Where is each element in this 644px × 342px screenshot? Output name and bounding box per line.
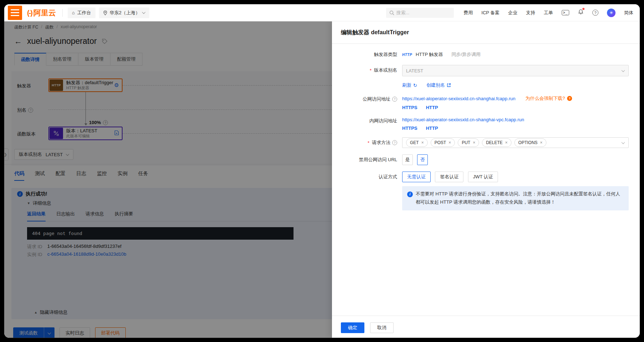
external-link-icon (447, 83, 451, 87)
refresh-link[interactable]: 刷新 ↻ (402, 82, 417, 88)
edit-trigger-drawer: 编辑触发器 defaultTrigger 触发器类型 HTTP HTTP 触发器… (332, 21, 640, 338)
version-alias-select[interactable]: LATEST (402, 65, 629, 76)
close-icon[interactable]: × (473, 140, 475, 145)
chevron-down-icon (622, 68, 625, 72)
close-icon[interactable]: × (540, 140, 542, 145)
aliyun-logo[interactable]: (-) 阿里云 (27, 8, 56, 18)
trigger-type-label: 触发器类型 (332, 51, 397, 58)
cancel-button[interactable]: 取消 (370, 322, 394, 333)
row-public-url: 公网访问地址 ? https://xuel-aloperator-sexiixs… (332, 95, 629, 110)
public-url-link[interactable]: https://xuel-aloperator-sexiixsxld.cn-sh… (402, 96, 515, 101)
auth-jwt-button[interactable]: JWT 认证 (468, 172, 498, 182)
row-version-alias: * 版本或别名 LATEST (332, 65, 629, 76)
row-links: 刷新 ↻ 创建别名 (332, 82, 629, 88)
chevron-down-icon (142, 10, 146, 14)
workbench-label: 工作台 (77, 10, 91, 16)
required-mark: * (370, 68, 372, 73)
orange-question-icon: ? (567, 96, 572, 101)
brand-name: 阿里云 (33, 8, 56, 18)
nav-link-icp[interactable]: ICP 备案 (482, 10, 500, 16)
disable-url-label: 禁用公网访问 URL (332, 154, 397, 163)
private-https-link[interactable]: HTTPS (402, 126, 417, 131)
search-icon (389, 10, 394, 15)
nav-link-enterprise[interactable]: 企业 (508, 10, 518, 16)
drawer-footer: 确定 取消 (332, 316, 640, 338)
auth-info-text: 不需要对 HTTP 请求进行身份验证，支持匿名访问。注意：开放公网访问且未配置签… (416, 190, 624, 206)
ok-button[interactable]: 确定 (341, 322, 364, 333)
trigger-type-value: HTTP 触发器 (416, 51, 443, 58)
notification-bell-icon[interactable] (578, 9, 584, 16)
row-disable-url: 禁用公网访问 URL 是 否 (332, 154, 629, 165)
public-https-link[interactable]: HTTPS (402, 105, 417, 110)
close-icon[interactable]: × (505, 140, 508, 145)
row-auth: 认证方式 无需认证 签名认证 JWT 认证 (332, 172, 629, 182)
nav-link-support[interactable]: 支持 (526, 10, 535, 16)
home-icon: ⌂ (72, 10, 75, 15)
drawer-title: 编辑触发器 defaultTrigger (341, 29, 409, 36)
notification-dot (582, 8, 585, 10)
workbench-button[interactable]: ⌂ 工作台 (68, 7, 95, 18)
chevron-down-icon (622, 141, 625, 144)
close-icon[interactable]: × (448, 140, 451, 145)
region-label: 华东2（上海） (110, 10, 140, 16)
avatar[interactable]: ✳ (607, 9, 616, 17)
version-alias-label: * 版本或别名 (332, 65, 397, 73)
divider (332, 44, 640, 44)
global-search[interactable] (386, 8, 454, 18)
disable-url-no-button[interactable]: 否 (417, 154, 428, 165)
navbar-right: 费用 ICP 备案 企业 支持 工单 >_ ? ✳ 简体 (386, 8, 640, 18)
method-tag-put: PUT× (458, 138, 479, 147)
row-private-url: 内网访问地址 https://xuel-aloperator-sexiixsxl… (332, 117, 629, 131)
auth-info-alert: i 不需要对 HTTP 请求进行身份验证，支持匿名访问。注意：开放公网访问且未配… (402, 186, 629, 210)
location-pin-icon (103, 10, 107, 15)
disable-url-yes-button[interactable]: 是 (402, 154, 413, 165)
close-icon[interactable]: × (421, 140, 424, 145)
nav-link-ticket[interactable]: 工单 (544, 10, 553, 16)
method-tag-options: OPTIONS× (514, 138, 546, 147)
hamburger-menu-button[interactable] (8, 6, 22, 20)
http-badge-icon: HTTP (402, 53, 412, 57)
navbar-divider (62, 9, 63, 17)
invoke-mode: 同步/异步调用 (451, 51, 481, 58)
method-tag-delete: DELETE× (482, 138, 511, 147)
create-alias-link[interactable]: 创建别名 (426, 82, 451, 88)
help-icon[interactable]: ? (592, 10, 598, 16)
question-circle-icon[interactable]: ? (392, 97, 397, 102)
public-http-link[interactable]: HTTP (426, 105, 438, 110)
auth-signature-button[interactable]: 签名认证 (435, 172, 463, 182)
aliyun-logo-icon: (-) (27, 9, 32, 17)
cloudshell-icon[interactable]: >_ (562, 10, 569, 15)
private-url-link[interactable]: https://xuel-aloperator-sexiixsxld.cn-sh… (402, 117, 524, 122)
required-mark: * (368, 140, 369, 146)
row-methods: * 请求方法 ? GET× POST× PUT× DELETE× OPTIONS… (332, 137, 629, 148)
nav-link-billing[interactable]: 费用 (464, 10, 473, 16)
region-selector[interactable]: 华东2（上海） (99, 7, 149, 18)
browser-window: (-) 阿里云 ⌂ 工作台 华东2（上海） 费用 ICP 备案 企业 支持 工单… (4, 4, 640, 338)
language-switch[interactable]: 简体 (624, 10, 633, 16)
auth-label: 认证方式 (332, 172, 397, 180)
methods-multiselect[interactable]: GET× POST× PUT× DELETE× OPTIONS× (402, 137, 629, 148)
public-url-label: 公网访问地址 ? (332, 95, 397, 102)
private-url-label: 内网访问地址 (332, 117, 397, 124)
info-icon: i (407, 192, 413, 197)
methods-label: * 请求方法 ? (332, 137, 397, 146)
method-tag-get: GET× (406, 138, 428, 147)
top-navbar: (-) 阿里云 ⌂ 工作台 华东2（上海） 费用 ICP 备案 企业 支持 工单… (4, 4, 640, 21)
search-input[interactable] (396, 10, 450, 15)
force-download-link[interactable]: 为什么会强制下载? ? (525, 95, 572, 102)
row-trigger-type: 触发器类型 HTTP HTTP 触发器 同步/异步调用 (332, 51, 629, 58)
private-http-link[interactable]: HTTP (426, 126, 438, 131)
refresh-icon: ↻ (413, 83, 417, 88)
method-tag-post: POST× (431, 138, 455, 147)
content-area: 函数计算 FC/ 函数/ xuel-aliyunoperator ← xuel-… (4, 21, 640, 338)
version-alias-value: LATEST (406, 68, 423, 73)
auth-none-button[interactable]: 无需认证 (402, 172, 431, 182)
question-circle-icon[interactable]: ? (392, 140, 397, 145)
